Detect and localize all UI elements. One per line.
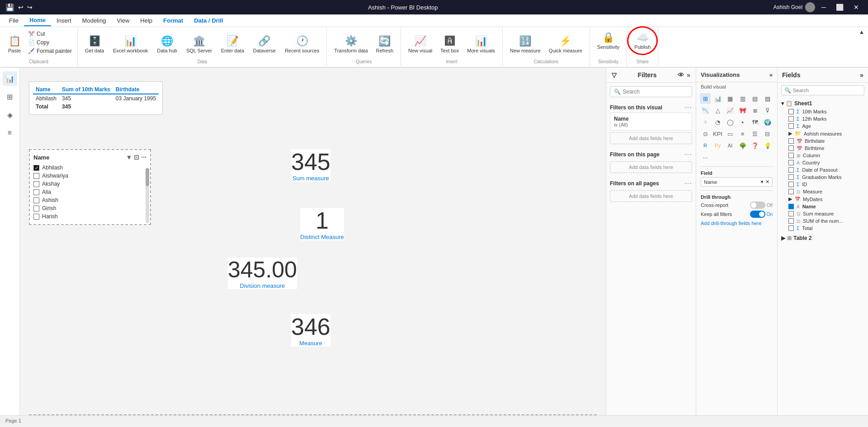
viz-field-clear[interactable]: ✕ — [765, 179, 769, 185]
viz-more-icon[interactable]: ··· — [700, 152, 711, 163]
field-age[interactable]: Σ Age — [778, 122, 868, 130]
viz-ribbon-icon[interactable]: 🎀 — [737, 105, 748, 116]
viz-slicer-icon[interactable]: ☰ — [750, 128, 760, 139]
viz-kpi-icon[interactable]: KPI — [712, 128, 723, 139]
menu-insert[interactable]: Insert — [51, 15, 77, 26]
dax-view-icon[interactable]: ≡ — [3, 126, 17, 140]
viz-gauge-icon[interactable]: ⊙ — [700, 128, 711, 139]
check-name[interactable] — [788, 204, 794, 209]
more-visuals-button[interactable]: 📊 More visuals — [463, 30, 499, 58]
viz-decomp-icon[interactable]: 🌳 — [737, 140, 748, 151]
filter-card-name[interactable]: Name is (All) — [610, 113, 692, 131]
restore-btn[interactable]: ⬜ — [832, 3, 847, 12]
field-sum-num[interactable]: ⊡ SUM of the num... — [778, 217, 868, 225]
filter-all-pages-more[interactable]: ··· — [685, 180, 692, 187]
viz-field-chevron[interactable]: ▾ — [761, 179, 764, 185]
viz-funnel-icon[interactable]: ⊽ — [762, 105, 773, 116]
field-column[interactable]: ⊞ Column — [778, 152, 868, 159]
refresh-button[interactable]: 🔄 Refresh — [373, 30, 397, 58]
add-drill-btn[interactable]: Add drill-through fields here — [701, 220, 762, 227]
viz-line-col-icon[interactable]: 📈 — [725, 105, 736, 116]
undo-icon[interactable]: ↩ — [18, 4, 24, 11]
slicer-item-ashish[interactable]: Ashish — [33, 196, 146, 204]
field-country[interactable]: A Country — [778, 159, 868, 166]
viz-waterfall-icon[interactable]: ≣ — [750, 105, 760, 116]
viz-expand-icon[interactable]: » — [769, 71, 773, 78]
viz-donut-icon[interactable]: ◯ — [725, 117, 736, 127]
check-country[interactable] — [788, 160, 794, 165]
data-hub-button[interactable]: 🌐 Data hub — [153, 30, 181, 58]
expand-filter-icon[interactable]: » — [687, 71, 690, 79]
check-total[interactable] — [788, 225, 794, 231]
check-birthtime[interactable] — [788, 145, 794, 151]
more-icon[interactable]: ··· — [141, 154, 146, 161]
field-id[interactable]: Σ ID — [778, 181, 868, 188]
check-12th[interactable] — [788, 116, 794, 122]
excel-button[interactable]: 📊 Excel workbook — [109, 30, 151, 58]
viz-stacked-col-icon[interactable]: ▤ — [750, 93, 760, 104]
copy-button[interactable]: 📄 Copy — [26, 38, 74, 47]
field-ashish-measures[interactable]: ▶ 📁 Ashish measures — [778, 130, 868, 137]
field-birthdate[interactable]: 📅 Birthdate — [778, 137, 868, 145]
viz-treemap-icon[interactable]: ▪ — [737, 117, 748, 127]
menu-help[interactable]: Help — [135, 15, 158, 26]
viz-scatter-icon[interactable]: ⁘ — [700, 117, 711, 127]
slicer-item-abhilash[interactable]: ✓ Abhilash — [33, 164, 146, 172]
cross-report-toggle[interactable] — [750, 202, 765, 209]
viz-bar-icon[interactable]: 📊 — [712, 93, 723, 104]
publish-button[interactable]: ☁️ Publish — [631, 30, 654, 52]
field-measure[interactable]: ⊡ Measure — [778, 188, 868, 195]
menu-data-drill[interactable]: Data / Drill — [189, 15, 228, 26]
viz-line-icon[interactable]: 📉 — [700, 105, 711, 116]
field-group-header-sheet1[interactable]: ▾ 📋 Sheet1 — [778, 99, 868, 108]
fields-search-input[interactable] — [793, 88, 861, 93]
check-harish[interactable] — [33, 214, 39, 220]
check-sum-measure[interactable] — [788, 211, 794, 216]
viz-qa-icon[interactable]: ❓ — [750, 140, 760, 151]
enter-data-button[interactable]: 📝 Enter data — [217, 30, 248, 58]
viz-area-icon[interactable]: △ — [712, 105, 723, 116]
table-view-icon[interactable]: ⊞ — [3, 89, 17, 104]
check-10th[interactable] — [788, 109, 794, 114]
field-name[interactable]: A Name — [778, 203, 868, 210]
field-birthtime[interactable]: 📅 Birthtime — [778, 145, 868, 152]
viz-map2-icon[interactable]: 🌍 — [762, 117, 773, 127]
check-birthdate[interactable] — [788, 138, 794, 144]
check-abhilash[interactable]: ✓ — [33, 165, 39, 171]
format-painter-button[interactable]: 🖌️ Format painter — [26, 47, 74, 55]
filter-this-visual-more[interactable]: ··· — [685, 104, 692, 111]
slicer-scrollbar[interactable] — [146, 168, 149, 223]
quick-measure-button[interactable]: ⚡ Quick measure — [545, 30, 586, 58]
viz-py-icon[interactable]: Py — [712, 140, 723, 151]
keep-filters-toggle[interactable] — [750, 211, 765, 218]
new-measure-button[interactable]: 🔢 New measure — [506, 30, 544, 58]
check-akshay[interactable] — [33, 181, 39, 187]
paste-button[interactable]: 📋 Paste — [4, 30, 25, 58]
field-mydates[interactable]: ▶ 📅 MyDates — [778, 195, 868, 203]
save-icon[interactable]: 💾 — [5, 3, 14, 12]
eye-icon[interactable]: 👁 — [678, 71, 684, 79]
viz-r-icon[interactable]: R — [700, 140, 711, 151]
check-sum-num[interactable] — [788, 218, 794, 224]
field-total[interactable]: Σ Total — [778, 225, 868, 232]
check-alia[interactable] — [33, 189, 39, 195]
menu-home[interactable]: Home — [24, 15, 51, 26]
viz-table-icon[interactable]: ⊞ — [700, 93, 711, 104]
viz-card-icon[interactable]: ▭ — [725, 128, 736, 139]
check-id[interactable] — [788, 182, 794, 187]
fields-search[interactable]: 🔍 — [781, 85, 864, 95]
transform-button[interactable]: ⚙️ Transform data — [330, 30, 371, 58]
filter-this-page-more[interactable]: ··· — [685, 151, 692, 158]
viz-clustered-col-icon[interactable]: ▧ — [762, 93, 773, 104]
fields-expand-icon[interactable]: » — [860, 71, 863, 79]
recent-sources-button[interactable]: 🕐 Recent sources — [281, 30, 323, 58]
check-girish[interactable] — [33, 206, 39, 211]
get-data-button[interactable]: 🗄️ Get data — [81, 30, 108, 58]
field-grad-marks[interactable]: Σ Graduation Marks — [778, 174, 868, 181]
filter-add-fields-page[interactable]: Add data fields here — [610, 161, 692, 173]
sql-button[interactable]: 🏛️ SQL Server — [183, 30, 216, 58]
collapse-ribbon-btn[interactable]: ▲ — [859, 29, 864, 35]
slicer-item-harish[interactable]: Harish — [33, 212, 146, 221]
menu-view[interactable]: View — [111, 15, 135, 26]
check-aishwariya[interactable] — [33, 173, 39, 179]
